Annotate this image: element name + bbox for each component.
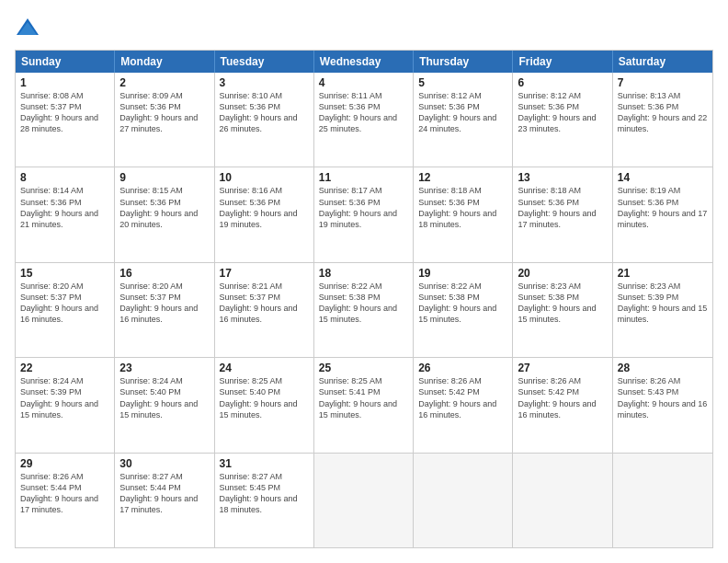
sunset: Sunset: 5:36 PM: [518, 102, 579, 111]
day-cell-9: 9 Sunrise: 8:15 AM Sunset: 5:36 PM Dayli…: [115, 167, 214, 261]
day-cell-23: 23 Sunrise: 8:24 AM Sunset: 5:40 PM Dayl…: [115, 358, 214, 452]
sunset: Sunset: 5:42 PM: [518, 387, 579, 396]
day-cell-6: 6 Sunrise: 8:12 AM Sunset: 5:36 PM Dayli…: [513, 73, 612, 167]
weekday-header-sunday: Sunday: [16, 51, 115, 73]
daylight: Daylight: 9 hours and 21 minutes.: [20, 209, 98, 229]
sunrise: Sunrise: 8:23 AM: [618, 282, 681, 291]
day-number: 31: [220, 457, 309, 470]
day-info: Sunrise: 8:22 AM Sunset: 5:38 PM Dayligh…: [418, 281, 507, 326]
day-number: 27: [518, 362, 607, 374]
day-info: Sunrise: 8:12 AM Sunset: 5:36 PM Dayligh…: [518, 90, 607, 135]
sunrise: Sunrise: 8:17 AM: [319, 186, 382, 195]
day-info: Sunrise: 8:23 AM Sunset: 5:39 PM Dayligh…: [618, 281, 708, 326]
sunset: Sunset: 5:38 PM: [418, 293, 480, 302]
calendar-row-2: 8 Sunrise: 8:14 AM Sunset: 5:36 PM Dayli…: [16, 167, 712, 261]
sunrise: Sunrise: 8:27 AM: [220, 472, 283, 481]
daylight: Daylight: 9 hours and 18 minutes.: [418, 209, 496, 229]
day-cell-7: 7 Sunrise: 8:13 AM Sunset: 5:36 PM Dayli…: [613, 73, 712, 167]
day-info: Sunrise: 8:26 AM Sunset: 5:42 PM Dayligh…: [518, 375, 607, 420]
sunset: Sunset: 5:36 PM: [418, 198, 480, 207]
daylight: Daylight: 9 hours and 23 minutes.: [518, 113, 596, 133]
sunrise: Sunrise: 8:20 AM: [20, 282, 84, 291]
day-cell-13: 13 Sunrise: 8:18 AM Sunset: 5:36 PM Dayl…: [513, 167, 612, 261]
sunrise: Sunrise: 8:16 AM: [220, 186, 283, 195]
sunset: Sunset: 5:36 PM: [220, 102, 281, 111]
sunset: Sunset: 5:44 PM: [20, 483, 82, 492]
page: SundayMondayTuesdayWednesdayThursdayFrid…: [0, 0, 728, 563]
weekday-header-monday: Monday: [115, 51, 214, 73]
day-cell-30: 30 Sunrise: 8:27 AM Sunset: 5:44 PM Dayl…: [115, 454, 214, 547]
day-number: 26: [418, 362, 507, 374]
weekday-header-saturday: Saturday: [613, 51, 712, 73]
day-number: 15: [20, 267, 109, 280]
day-cell-20: 20 Sunrise: 8:23 AM Sunset: 5:38 PM Dayl…: [513, 263, 612, 357]
day-number: 12: [418, 171, 507, 184]
daylight: Daylight: 9 hours and 15 minutes.: [119, 399, 198, 419]
day-number: 7: [618, 76, 708, 89]
day-number: 5: [418, 76, 507, 89]
daylight: Daylight: 9 hours and 20 minutes.: [119, 209, 198, 229]
day-info: Sunrise: 8:26 AM Sunset: 5:44 PM Dayligh…: [20, 471, 109, 516]
day-cell-31: 31 Sunrise: 8:27 AM Sunset: 5:45 PM Dayl…: [215, 454, 314, 547]
day-info: Sunrise: 8:22 AM Sunset: 5:38 PM Dayligh…: [319, 281, 408, 326]
day-number: 11: [319, 171, 408, 184]
calendar-row-3: 15 Sunrise: 8:20 AM Sunset: 5:37 PM Dayl…: [16, 262, 712, 357]
daylight: Daylight: 9 hours and 17 minutes.: [618, 209, 708, 229]
daylight: Daylight: 9 hours and 17 minutes.: [20, 494, 98, 514]
sunrise: Sunrise: 8:12 AM: [518, 91, 581, 100]
sunset: Sunset: 5:37 PM: [220, 293, 281, 302]
day-info: Sunrise: 8:20 AM Sunset: 5:37 PM Dayligh…: [119, 281, 209, 326]
sunset: Sunset: 5:37 PM: [119, 293, 181, 302]
day-info: Sunrise: 8:18 AM Sunset: 5:36 PM Dayligh…: [518, 185, 607, 230]
day-cell-14: 14 Sunrise: 8:19 AM Sunset: 5:36 PM Dayl…: [613, 167, 712, 261]
sunset: Sunset: 5:36 PM: [618, 102, 679, 111]
sunrise: Sunrise: 8:25 AM: [220, 376, 283, 385]
sunrise: Sunrise: 8:22 AM: [319, 282, 382, 291]
day-number: 30: [119, 457, 209, 470]
daylight: Daylight: 9 hours and 17 minutes.: [518, 209, 596, 229]
day-number: 24: [220, 362, 309, 374]
day-info: Sunrise: 8:09 AM Sunset: 5:36 PM Dayligh…: [119, 90, 209, 135]
daylight: Daylight: 9 hours and 28 minutes.: [20, 113, 98, 133]
sunset: Sunset: 5:36 PM: [319, 198, 381, 207]
sunrise: Sunrise: 8:12 AM: [418, 91, 482, 100]
day-cell-2: 2 Sunrise: 8:09 AM Sunset: 5:36 PM Dayli…: [115, 73, 214, 167]
day-number: 20: [518, 267, 607, 280]
sunrise: Sunrise: 8:26 AM: [418, 376, 482, 385]
day-info: Sunrise: 8:24 AM Sunset: 5:39 PM Dayligh…: [20, 375, 109, 420]
day-number: 18: [319, 267, 408, 280]
day-cell-4: 4 Sunrise: 8:11 AM Sunset: 5:36 PM Dayli…: [314, 73, 414, 167]
day-info: Sunrise: 8:10 AM Sunset: 5:36 PM Dayligh…: [220, 90, 309, 135]
day-number: 1: [20, 76, 109, 89]
calendar-header: SundayMondayTuesdayWednesdayThursdayFrid…: [16, 51, 712, 73]
daylight: Daylight: 9 hours and 15 minutes.: [319, 399, 397, 419]
sunset: Sunset: 5:36 PM: [418, 102, 480, 111]
day-cell-18: 18 Sunrise: 8:22 AM Sunset: 5:38 PM Dayl…: [314, 263, 414, 357]
empty-cell: [513, 454, 612, 547]
daylight: Daylight: 9 hours and 16 minutes.: [119, 304, 198, 324]
daylight: Daylight: 9 hours and 19 minutes.: [220, 209, 298, 229]
sunrise: Sunrise: 8:23 AM: [518, 282, 581, 291]
weekday-header-tuesday: Tuesday: [215, 51, 314, 73]
day-number: 9: [119, 171, 209, 184]
day-info: Sunrise: 8:15 AM Sunset: 5:36 PM Dayligh…: [119, 185, 209, 230]
day-info: Sunrise: 8:25 AM Sunset: 5:41 PM Dayligh…: [319, 375, 408, 420]
empty-cell: [613, 454, 712, 547]
day-number: 2: [119, 76, 209, 89]
daylight: Daylight: 9 hours and 15 minutes.: [20, 399, 98, 419]
sunrise: Sunrise: 8:19 AM: [618, 186, 681, 195]
day-cell-27: 27 Sunrise: 8:26 AM Sunset: 5:42 PM Dayl…: [513, 358, 612, 452]
day-number: 22: [20, 362, 109, 374]
day-cell-25: 25 Sunrise: 8:25 AM Sunset: 5:41 PM Dayl…: [314, 358, 414, 452]
calendar-row-4: 22 Sunrise: 8:24 AM Sunset: 5:39 PM Dayl…: [16, 357, 712, 452]
sunrise: Sunrise: 8:11 AM: [319, 91, 382, 100]
daylight: Daylight: 9 hours and 15 minutes.: [220, 399, 298, 419]
day-cell-17: 17 Sunrise: 8:21 AM Sunset: 5:37 PM Dayl…: [215, 263, 314, 357]
weekday-header-wednesday: Wednesday: [314, 51, 414, 73]
sunset: Sunset: 5:37 PM: [20, 293, 82, 302]
sunrise: Sunrise: 8:09 AM: [119, 91, 183, 100]
daylight: Daylight: 9 hours and 25 minutes.: [319, 113, 397, 133]
sunrise: Sunrise: 8:18 AM: [518, 186, 581, 195]
sunset: Sunset: 5:40 PM: [119, 387, 181, 396]
sunset: Sunset: 5:36 PM: [119, 102, 181, 111]
